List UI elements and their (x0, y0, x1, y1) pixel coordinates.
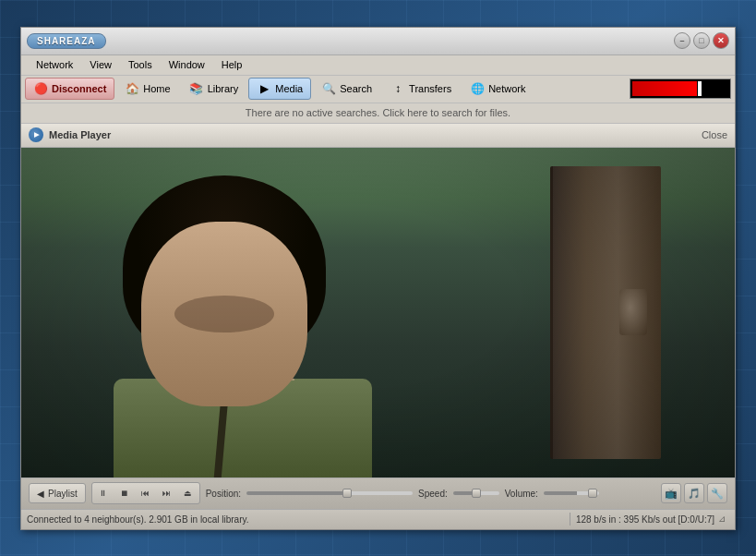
speed-bar-red (632, 81, 697, 96)
titlebar: SHAREAZA – □ ✕ (21, 28, 735, 55)
close-button[interactable]: ✕ (713, 32, 729, 49)
search-icon: 🔍 (321, 81, 336, 96)
volume-thumb[interactable] (588, 489, 597, 498)
prev-button[interactable]: ⏮ (136, 484, 156, 502)
menu-help[interactable]: Help (214, 57, 250, 72)
door-handle (619, 289, 647, 335)
media-button[interactable]: ▶ Media (248, 78, 311, 100)
resize-grip-icon[interactable]: ⊿ (718, 514, 729, 525)
media-tool-2[interactable]: 🎵 (684, 483, 704, 503)
search-status-bar[interactable]: There are no active searches. Click here… (21, 103, 735, 124)
media-tool-3[interactable]: 🔧 (707, 483, 727, 503)
position-label: Position: (206, 489, 241, 499)
home-button[interactable]: 🏠 Home (116, 78, 178, 100)
eject-button[interactable]: ⏏ (178, 484, 198, 502)
face (141, 222, 307, 406)
speed-group: Speed: (418, 489, 499, 499)
network-icon: 🌐 (470, 81, 485, 96)
menubar: Network View Tools Window Help (21, 55, 735, 76)
window-controls: – □ ✕ (674, 32, 729, 49)
volume-label: Volume: (505, 489, 538, 499)
media-tools: 📺 🎵 🔧 (661, 483, 727, 503)
search-button[interactable]: 🔍 Search (313, 78, 380, 100)
statusbar-bottom: Connected to 4 neighbour(s). 2.901 GB in… (21, 509, 735, 529)
position-group: Position: (206, 489, 413, 499)
disconnect-button[interactable]: 🔴 Disconnect (25, 78, 114, 100)
speed-bar-white (698, 81, 702, 96)
main-window: SHAREAZA – □ ✕ Network View Tools Window… (20, 27, 736, 530)
media-tool-1[interactable]: 📺 (661, 483, 681, 503)
media-player-container: Media Player Close ◀ Playlist (21, 124, 735, 509)
menu-view[interactable]: View (82, 57, 119, 72)
speed-meter (630, 79, 731, 99)
door-frame (550, 166, 661, 459)
media-player-icon (29, 127, 43, 142)
speed-slider[interactable] (453, 491, 499, 495)
transfers-button[interactable]: ↕ Transfers (382, 78, 460, 100)
status-left: Connected to 4 neighbour(s). 2.901 GB in… (27, 514, 564, 525)
stop-button[interactable]: ⏹ (114, 484, 135, 502)
toolbar: 🔴 Disconnect 🏠 Home 📚 Library ▶ Media 🔍 … (21, 76, 735, 103)
maximize-button[interactable]: □ (693, 32, 710, 49)
pause-button[interactable]: ⏸ (93, 484, 114, 502)
movie-frame (21, 148, 735, 477)
position-slider[interactable] (246, 491, 413, 495)
subject (67, 175, 418, 477)
speed-thumb[interactable] (472, 489, 481, 498)
library-icon: 📚 (189, 81, 204, 96)
next-button[interactable]: ⏭ (157, 484, 177, 502)
transfers-icon: ↕ (390, 81, 405, 96)
media-player-title-group: Media Player (29, 127, 111, 142)
menu-tools[interactable]: Tools (121, 57, 160, 72)
volume-group: Volume: (505, 489, 599, 499)
playback-controls: ⏸ ⏹ ⏮ ⏭ ⏏ (91, 482, 200, 504)
app-title: SHAREAZA (27, 33, 106, 49)
status-divider (570, 513, 570, 526)
network-button[interactable]: 🌐 Network (462, 78, 534, 100)
menu-network[interactable]: Network (29, 57, 80, 72)
home-icon: 🏠 (125, 81, 139, 96)
media-player-header: Media Player Close (21, 124, 735, 148)
position-thumb[interactable] (342, 489, 352, 498)
volume-slider[interactable] (544, 491, 599, 495)
video-area[interactable] (21, 148, 735, 477)
status-right: 128 b/s in : 395 Kb/s out [D:0/U:7] (576, 514, 714, 525)
minimize-button[interactable]: – (674, 32, 690, 49)
menu-window[interactable]: Window (162, 57, 212, 72)
speed-label: Speed: (418, 489, 448, 499)
playlist-button[interactable]: ◀ Playlist (29, 483, 86, 503)
media-tab-icon: ▶ (257, 81, 271, 96)
playlist-arrow-icon: ◀ (37, 489, 44, 499)
library-button[interactable]: 📚 Library (181, 78, 247, 100)
disconnect-icon: 🔴 (33, 81, 48, 96)
controls-bar: ◀ Playlist ⏸ ⏹ ⏮ ⏭ ⏏ Position: Speed: (21, 477, 735, 509)
media-close-button[interactable]: Close (702, 129, 727, 140)
